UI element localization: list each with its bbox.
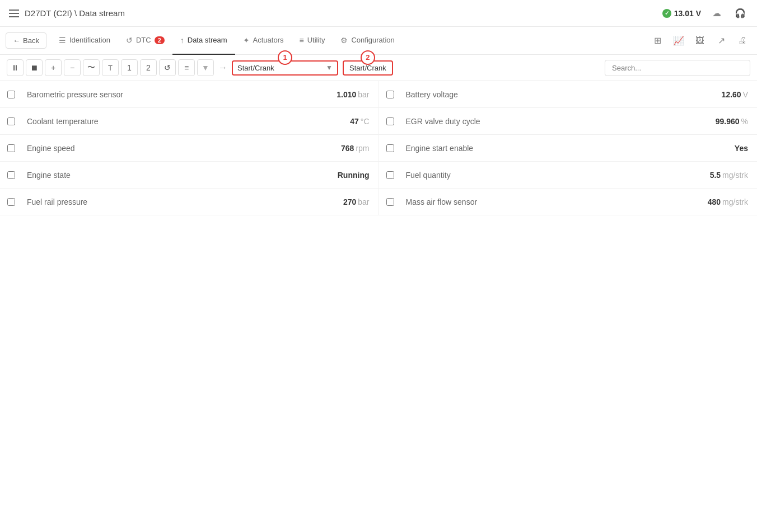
right-cell: Battery voltage 12.60V	[379, 81, 758, 108]
left-checkbox[interactable]	[7, 91, 15, 98]
actuators-icon: ✦	[243, 36, 250, 45]
left-cell: Coolant temperature 47°C	[0, 108, 379, 135]
cloud-icon[interactable]: ☁	[709, 6, 725, 21]
tab-actuators-label: Actuators	[253, 36, 284, 44]
left-checkbox-cell	[0, 198, 22, 206]
tab-dtc[interactable]: ↺ DTC 2	[118, 27, 172, 55]
right-label: Engine start enable	[401, 144, 690, 153]
pause-button[interactable]: ⏸	[7, 59, 24, 76]
right-cell: Mass air flow sensor 480mg/strk	[379, 189, 758, 215]
left-value: 270bar	[311, 197, 378, 206]
right-label: Fuel quantity	[401, 171, 690, 180]
title-bar-left: D27DT (C2I) \ Data stream	[9, 8, 125, 18]
data-grid: Barometric pressure sensor 1.010bar Batt…	[0, 81, 757, 215]
right-value: Yes	[690, 144, 757, 153]
right-value: 5.5mg/strk	[690, 171, 757, 180]
menu-icon[interactable]	[9, 10, 19, 17]
right-checkbox[interactable]	[386, 198, 394, 206]
right-checkbox-cell	[379, 117, 401, 125]
forward-arrow-icon: →	[218, 63, 227, 73]
stop-button[interactable]: ⏹	[26, 59, 43, 76]
list-button[interactable]: ≡	[178, 59, 195, 76]
title-bar: D27DT (C2I) \ Data stream 13.01 V ☁ 🎧	[0, 0, 757, 27]
tab-identification[interactable]: ☰ Identification	[51, 27, 118, 55]
annotation-2: 2	[361, 50, 375, 65]
chart-icon[interactable]: 📈	[670, 32, 688, 50]
left-label: Barometric pressure sensor	[22, 90, 311, 99]
right-checkbox[interactable]	[386, 144, 394, 152]
headset-icon[interactable]: 🎧	[732, 6, 748, 21]
right-checkbox-cell	[379, 91, 401, 98]
right-checkbox[interactable]	[386, 117, 394, 125]
left-checkbox-cell	[0, 117, 22, 125]
right-checkbox-cell	[379, 144, 401, 152]
left-checkbox[interactable]	[7, 171, 15, 179]
left-checkbox-cell	[0, 91, 22, 98]
title-bar-right: 13.01 V ☁ 🎧	[662, 6, 748, 21]
utility-icon: ≡	[299, 36, 303, 45]
search-wrapper	[605, 60, 750, 76]
filter-button[interactable]: ▼	[197, 59, 214, 76]
group-tag-wrapper: 2 Start/Crank	[343, 60, 393, 76]
left-label: Fuel rail pressure	[22, 197, 311, 206]
voltage-status: 13.01 V	[662, 9, 701, 18]
right-cell: EGR valve duty cycle 99.960%	[379, 108, 758, 135]
back-button[interactable]: ← Back	[6, 32, 46, 49]
tab-utility[interactable]: ≡ Utility	[291, 27, 333, 55]
left-value: 768rpm	[311, 144, 378, 153]
right-cell: Engine start enable Yes	[379, 135, 758, 162]
dtc-icon: ↺	[126, 36, 133, 45]
right-label: Battery voltage	[401, 90, 690, 99]
left-checkbox-cell	[0, 171, 22, 179]
export-icon[interactable]: ↗	[712, 32, 730, 50]
configuration-icon: ⚙	[340, 36, 348, 45]
status-dot-icon	[662, 9, 671, 18]
back-arrow-icon: ←	[13, 36, 20, 45]
left-checkbox[interactable]	[7, 117, 15, 125]
table-row: Barometric pressure sensor 1.010bar Batt…	[0, 81, 757, 108]
table-row: Engine speed 768rpm Engine start enable …	[0, 135, 757, 162]
nav-tabs: ← Back ☰ Identification ↺ DTC 2 ↑ Data s…	[0, 27, 757, 55]
left-value: 1.010bar	[311, 90, 378, 99]
left-cell: Engine speed 768rpm	[0, 135, 379, 162]
text-button[interactable]: T	[102, 59, 119, 76]
remove-button[interactable]: −	[64, 59, 81, 76]
identification-icon: ☰	[59, 36, 66, 45]
right-label: Mass air flow sensor	[401, 197, 690, 206]
left-value: 47°C	[311, 117, 378, 126]
tab-identification-label: Identification	[69, 36, 110, 44]
right-toolbar-icons: ⊞ 📈 🖼 ↗ 🖨	[648, 32, 751, 50]
image-icon[interactable]: 🖼	[691, 32, 709, 50]
group-tag-label: Start/Crank	[349, 64, 386, 72]
group-dropdown-label: Start/Crank	[237, 64, 274, 72]
left-cell: Engine state Running	[0, 162, 379, 189]
left-checkbox[interactable]	[7, 144, 15, 152]
print-icon[interactable]: 🖨	[733, 32, 751, 50]
tab-dtc-label: DTC	[136, 36, 151, 44]
annotation-1: 1	[278, 50, 292, 65]
wave-button[interactable]: 〜	[83, 59, 100, 76]
left-checkbox[interactable]	[7, 198, 15, 206]
tab-datastream[interactable]: ↑ Data stream	[172, 27, 235, 55]
grid-view-icon[interactable]: ⊞	[648, 32, 666, 50]
add-button[interactable]: +	[45, 59, 62, 76]
right-label: EGR valve duty cycle	[401, 117, 690, 126]
table-row: Engine state Running Fuel quantity 5.5mg…	[0, 162, 757, 189]
datastream-icon: ↑	[180, 36, 184, 45]
dtc-badge: 2	[155, 36, 165, 44]
right-value: 12.60V	[690, 90, 757, 99]
left-checkbox-cell	[0, 144, 22, 152]
right-checkbox[interactable]	[386, 91, 394, 98]
tab-datastream-label: Data stream	[188, 36, 227, 44]
right-checkbox-cell	[379, 198, 401, 206]
right-checkbox[interactable]	[386, 171, 394, 179]
two-button[interactable]: 2	[140, 59, 157, 76]
left-value: Running	[311, 171, 378, 180]
page-title: D27DT (C2I) \ Data stream	[25, 8, 125, 18]
tab-utility-label: Utility	[307, 36, 325, 44]
refresh-button[interactable]: ↺	[159, 59, 176, 76]
table-row: Fuel rail pressure 270bar Mass air flow …	[0, 189, 757, 215]
one-button[interactable]: 1	[121, 59, 138, 76]
search-input[interactable]	[605, 60, 750, 76]
group-dropdown-wrapper: 1 Start/Crank ▼	[232, 60, 338, 76]
